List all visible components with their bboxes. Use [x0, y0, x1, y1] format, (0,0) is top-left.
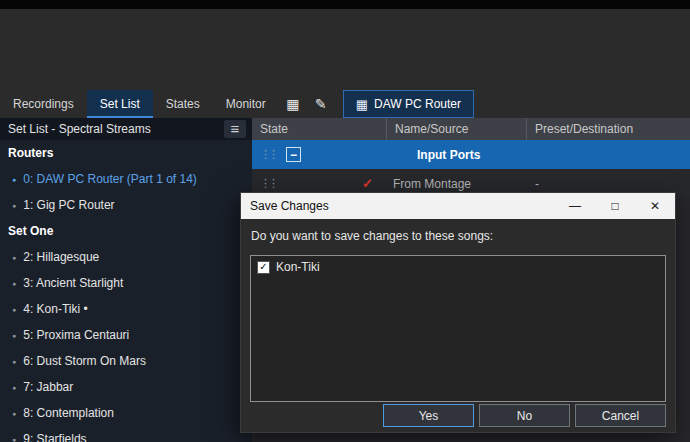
bullet-icon: ●: [12, 176, 16, 183]
dialog-body: Do you want to save changes to these son…: [241, 219, 675, 432]
tab-recordings[interactable]: Recordings: [0, 90, 87, 118]
sidebar-item-label: 1: Gig PC Router: [23, 198, 114, 212]
row-name: From Montage: [387, 177, 527, 191]
close-icon[interactable]: ✕: [635, 193, 675, 219]
bullet-icon: ●: [12, 306, 16, 313]
row-dest: -: [527, 177, 690, 191]
dialog-message: Do you want to save changes to these son…: [241, 219, 675, 243]
sidebar-item-song-6[interactable]: ● 6: Dust Storm On Mars: [0, 348, 252, 374]
tab-bar: Recordings Set List States Monitor ▦ ✎ ▦…: [0, 90, 690, 118]
table-row-input-ports[interactable]: ⋮⋮ − Input Ports: [252, 140, 690, 169]
yes-button[interactable]: Yes: [383, 404, 474, 427]
cancel-button[interactable]: Cancel: [575, 404, 666, 427]
minimize-icon[interactable]: —: [555, 193, 595, 219]
song-label: Kon-Tiki: [276, 260, 320, 274]
sidebar-item-song-9[interactable]: ● 9: Starfields: [0, 426, 252, 442]
column-header-state[interactable]: State: [252, 118, 387, 140]
sidebar-item-song-7[interactable]: ● 7: Jabbar: [0, 374, 252, 400]
tab-states[interactable]: States: [153, 90, 213, 118]
sidebar-item-label: 6: Dust Storm On Mars: [23, 354, 146, 368]
sidebar-item-song-2[interactable]: ● 2: Hillagesque: [0, 244, 252, 270]
sidebar: Set List - Spectral Streams ≡ Routers ● …: [0, 118, 252, 442]
bullet-icon: ●: [12, 254, 16, 261]
sidebar-item-label: 5: Proxima Centauri: [23, 328, 129, 342]
bullet-icon: ●: [12, 332, 16, 339]
column-header-preset-destination[interactable]: Preset/Destination: [527, 118, 690, 140]
bullet-icon: ●: [12, 358, 16, 365]
column-header-name-source[interactable]: Name/Source: [387, 118, 527, 140]
table-header-row: State Name/Source Preset/Destination: [252, 118, 690, 140]
table-icon: ▦: [356, 97, 368, 112]
sidebar-item-song-3[interactable]: ● 3: Ancient Starlight: [0, 270, 252, 296]
bullet-icon: ●: [12, 202, 16, 209]
sidebar-item-label: 8: Contemplation: [23, 406, 114, 420]
set-list-title: Set List - Spectral Streams: [8, 122, 224, 136]
tab-monitor[interactable]: Monitor: [213, 90, 279, 118]
collapse-icon[interactable]: −: [286, 147, 301, 162]
sidebar-item-label: 9: Starfields: [23, 432, 86, 442]
bullet-icon: ●: [12, 410, 16, 417]
drag-handle-icon[interactable]: ⋮⋮: [260, 148, 276, 161]
state-cell: ⋮⋮ −: [252, 140, 387, 169]
section-header-routers: Routers: [0, 140, 252, 166]
edit-notes-icon[interactable]: ✎: [307, 90, 335, 118]
sidebar-header: Set List - Spectral Streams ≡: [0, 118, 252, 140]
bullet-icon: ●: [12, 280, 16, 287]
sidebar-item-label: 2: Hillagesque: [23, 250, 99, 264]
tab-set-list[interactable]: Set List: [87, 90, 153, 118]
sidebar-item-label: 7: Jabbar: [23, 380, 73, 394]
sidebar-item-router-0[interactable]: ● 0: DAW PC Router (Part 1 of 14): [0, 166, 252, 192]
sidebar-item-song-8[interactable]: ● 8: Contemplation: [0, 400, 252, 426]
hamburger-menu-icon[interactable]: ≡: [224, 120, 246, 138]
dialog-buttons: Yes No Cancel: [383, 404, 666, 427]
save-changes-dialog: Save Changes — □ ✕ Do you want to save c…: [240, 192, 676, 433]
drag-handle-icon[interactable]: ⋮⋮: [260, 177, 276, 190]
sidebar-item-song-4[interactable]: ● 4: Kon-Tiki •: [0, 296, 252, 322]
sidebar-item-label: 0: DAW PC Router (Part 1 of 14): [23, 172, 197, 186]
checkbox-checked-icon[interactable]: ✓: [257, 261, 270, 274]
no-button[interactable]: No: [479, 404, 570, 427]
tab-daw-pc-router[interactable]: ▦ DAW PC Router: [343, 90, 474, 118]
bullet-icon: ●: [12, 436, 16, 442]
sidebar-item-label: 3: Ancient Starlight: [23, 276, 123, 290]
dialog-titlebar[interactable]: Save Changes — □ ✕: [241, 193, 675, 219]
maximize-icon[interactable]: □: [595, 193, 635, 219]
enabled-check-icon[interactable]: ✓: [362, 176, 373, 191]
grid-view-icon[interactable]: ▦: [279, 90, 307, 118]
song-list-box[interactable]: ✓ Kon-Tiki: [250, 255, 666, 402]
sidebar-item-song-5[interactable]: ● 5: Proxima Centauri: [0, 322, 252, 348]
section-header-set-one: Set One: [0, 218, 252, 244]
sidebar-item-label: 4: Kon-Tiki •: [23, 302, 87, 316]
group-row-name: Input Ports: [387, 148, 527, 162]
song-checkbox-row[interactable]: ✓ Kon-Tiki: [251, 256, 665, 278]
bullet-icon: ●: [12, 384, 16, 391]
top-strip: [0, 0, 690, 9]
dialog-title: Save Changes: [241, 199, 555, 213]
sidebar-item-router-1[interactable]: ● 1: Gig PC Router: [0, 192, 252, 218]
router-tab-label: DAW PC Router: [374, 97, 461, 111]
